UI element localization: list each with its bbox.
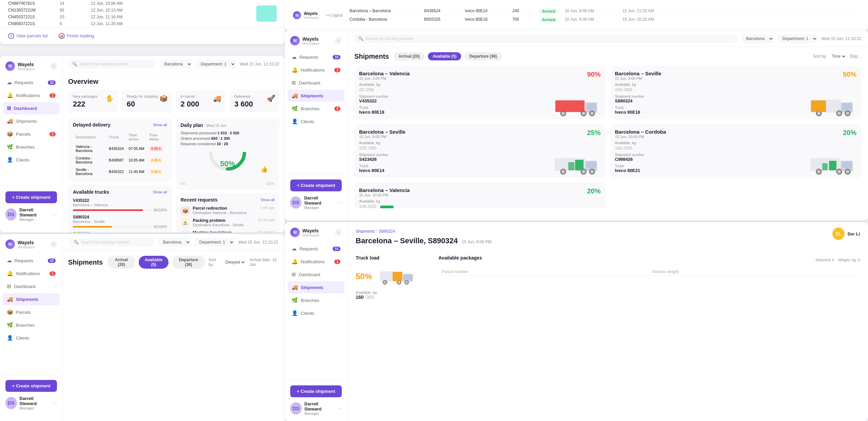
ship-route-4: Barcelona – Cordoba	[615, 129, 666, 135]
lower-sort-select[interactable]: Delayed	[224, 260, 246, 265]
breadcrumb-child[interactable]: S890324	[379, 229, 395, 234]
col-delay: Time delay	[147, 132, 166, 142]
trucks-show-all[interactable]: Show all	[153, 190, 167, 194]
lower-tab-departure[interactable]: Departure (36)	[172, 256, 205, 269]
sidebar-item-parcels[interactable]: 📦 Parcels 2	[3, 128, 60, 140]
svg-point-8	[590, 112, 594, 115]
lower-user-menu[interactable]: ···	[53, 400, 57, 406]
parcels-icon: 📦	[7, 131, 13, 137]
sidebar-item-dashboard[interactable]: ⊞ Dashboard	[3, 102, 60, 114]
lower-sidebar-shipments[interactable]: 🚚 Shipments	[3, 293, 60, 305]
sidebar-toggle-button[interactable]: ‹	[50, 63, 57, 70]
delayed-show-all[interactable]: Show all	[153, 123, 167, 127]
ship-pct-4: 20%	[843, 129, 856, 137]
svg-rect-30	[568, 162, 574, 170]
right-sidebar-requests[interactable]: ☁ Requests 10	[288, 51, 344, 63]
svg-rect-22	[587, 162, 596, 168]
svg-point-35	[817, 170, 821, 173]
detail-sidebar-dashboard[interactable]: ⊞ Dashboard	[288, 268, 344, 281]
lower-city-select[interactable]: Barcelona	[158, 238, 191, 247]
right-sidebar-branches[interactable]: 🌿 Branches 2	[288, 102, 344, 115]
sidebar-item-requests[interactable]: ☁ Requests 10	[3, 76, 60, 89]
shipments-dept-select[interactable]: Department: 1	[778, 34, 817, 43]
lower-sidebar-clients[interactable]: 👤 Clients	[3, 332, 60, 344]
tab-available[interactable]: Available (5)	[428, 52, 461, 60]
lower-sidebar-dashboard[interactable]: ⊞ Dashboard	[3, 280, 60, 292]
svg-rect-33	[842, 162, 852, 168]
right-sidebar-toggle[interactable]: ‹	[335, 37, 342, 44]
detail-user-card[interactable]: DS Darrell Steward Manager ···	[290, 401, 342, 416]
truck-icon: 🚚	[59, 33, 65, 39]
right-user-card[interactable]: DS Darrell Steward Manager ···	[290, 195, 342, 210]
topbar-date: Wed 15 Jun, 12:10:22	[240, 62, 279, 66]
recent-requests-title: Recent requests	[181, 197, 218, 203]
shipment-card-3[interactable]: Barcelona – Seville 15 Jun, 8:00 PM 25% …	[354, 124, 606, 178]
shipment-card-5[interactable]: Barcelona – Valencia 15 Jun, 10:30 PM 20…	[354, 183, 606, 208]
create-shipment-sidebar-button[interactable]: + Create shipment	[5, 191, 57, 203]
right-sidebar-clients[interactable]: 👤 Clients	[288, 115, 344, 128]
right-sidebar: W Wayels Workspace ‹ ☁ Requests 10 🔔 Not…	[285, 31, 348, 221]
sidebar-item-clients[interactable]: 👤 Clients	[3, 154, 60, 166]
recent-requests-show-all[interactable]: Show all	[260, 198, 275, 202]
detail-sidebar-branches[interactable]: 🌿 Branches	[288, 294, 344, 306]
user-menu-icon[interactable]: ···	[52, 211, 57, 218]
sort-select[interactable]: Time	[830, 54, 846, 59]
disp-options[interactable]: Disp...	[850, 54, 861, 59]
lower-tab-arrival[interactable]: Arrival (20)	[107, 256, 135, 269]
logout-button[interactable]: ↪ Logout	[326, 13, 343, 18]
shipments-city-select[interactable]: Barcelona	[742, 34, 774, 43]
lower-dept-select[interactable]: Department: 1	[195, 238, 234, 247]
right-sidebar-notifications[interactable]: 🔔 Notifications 1	[288, 64, 344, 76]
daily-plan-menu[interactable]: ···	[270, 122, 275, 128]
requests-badge: 10	[48, 80, 56, 85]
breadcrumb-parent[interactable]: Shipments	[356, 229, 375, 234]
parcel-count-3: 10	[60, 15, 80, 19]
detail-sidebar-notifications[interactable]: 🔔 Notifications 1	[288, 255, 344, 268]
shipment-card-4[interactable]: Barcelona – Cordoba 15 Jun, 10:00 PM 20%…	[610, 124, 862, 178]
right-user-menu-icon[interactable]: ···	[337, 199, 342, 206]
right-sidebar-shipments[interactable]: 🚚 Shipments	[288, 90, 344, 102]
truck-load-pct: 50%	[356, 272, 372, 281]
lower-search-box[interactable]: 🔍 Search by tracking number	[70, 238, 154, 247]
city-select[interactable]: Barcelona	[160, 60, 192, 69]
lower-sidebar-requests[interactable]: ☁ Requests 10	[3, 254, 60, 267]
detail-title: Barcelona – Seville, S890324	[356, 236, 458, 245]
shipments-search-box[interactable]: 🔍 Search by tracking number	[354, 34, 737, 43]
tab-arrival[interactable]: Arrival (20)	[394, 52, 425, 60]
lower-sidebar-branches[interactable]: 🌿 Branches	[3, 319, 60, 331]
tracking-cell-2: B555326	[424, 17, 458, 22]
department-select[interactable]: Department: 1	[196, 60, 236, 69]
shipment-card-2[interactable]: Barcelona – Seville 15 Jun, 8:00 PM 50% …	[610, 66, 862, 119]
detail-user-menu[interactable]: ···	[337, 405, 342, 412]
lower-user-card[interactable]: DS Darrell Steward Manager ···	[5, 396, 57, 410]
create-shipment-right-button[interactable]: + Create shipment	[290, 179, 342, 191]
detail-sidebar-shipments[interactable]: 🚚 Shipments	[288, 281, 344, 293]
sidebar-item-notifications[interactable]: 🔔 Notifications 1	[3, 89, 60, 101]
shipment-card-1[interactable]: Barcelona – Valencia 15 Jun, 2:00 PM 90%…	[354, 66, 606, 119]
detail-create-button[interactable]: + Create shipment	[290, 385, 342, 397]
trucks-title: Available trucks	[73, 189, 109, 195]
lower-sidebar-parcels[interactable]: 📦 Parcels	[3, 306, 60, 318]
search-box[interactable]: 🔍 Search by tracking number	[68, 60, 156, 69]
lower-sidebar-toggle[interactable]: ‹	[50, 241, 57, 248]
sor-li-card[interactable]: SL Sor Li	[832, 228, 860, 240]
detail-sidebar-clients[interactable]: 👤 Clients	[288, 307, 344, 319]
lower-sidebar-notifications[interactable]: 🔔 Notifications 1	[3, 267, 60, 280]
user-card[interactable]: DS Darrell Steward Manager ···	[5, 207, 57, 222]
tab-departure[interactable]: Departure (36)	[465, 52, 501, 60]
detail-sidebar-toggle[interactable]: ‹	[335, 229, 342, 236]
finish-loading-button[interactable]: 🚚 Finish loading	[59, 33, 94, 39]
lower-shipments-title: Shipments	[68, 259, 103, 266]
svg-point-14	[817, 112, 821, 115]
shipments-grid: Barcelona – Valencia 15 Jun, 2:00 PM 90%…	[354, 66, 861, 208]
sidebar-item-shipments[interactable]: 🚚 Shipments	[3, 115, 60, 127]
parcel-count-2: 56	[60, 8, 80, 13]
view-parcels-button[interactable]: ☰ View parcels list	[8, 33, 48, 39]
right-sidebar-dashboard[interactable]: ⊞ Dashboard	[288, 77, 344, 89]
lower-create-button[interactable]: + Create shipment	[5, 380, 57, 392]
parcel-tracking-4: CN90837221S	[8, 21, 49, 26]
detail-sidebar-requests[interactable]: ☁ Requests 10	[288, 243, 344, 255]
table-row: Cordoba - Barcelona B438987 10:05 AM 2:0…	[74, 155, 166, 166]
sidebar-item-branches[interactable]: 🌿 Branches	[3, 141, 60, 153]
lower-tab-available[interactable]: Available (5)	[139, 256, 169, 269]
